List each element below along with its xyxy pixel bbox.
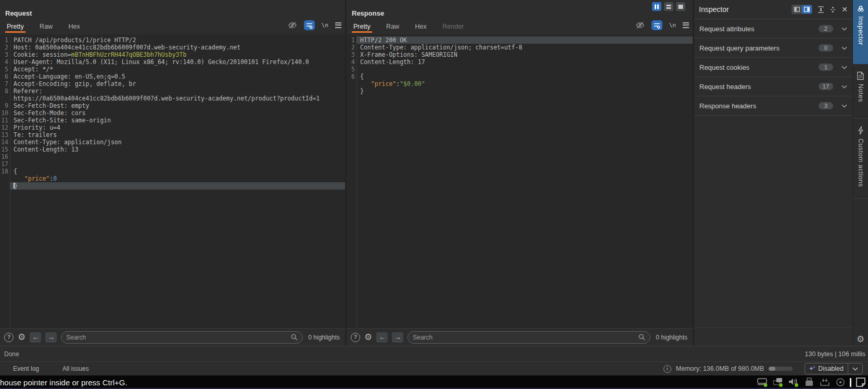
gear-icon[interactable]: ⚙ xyxy=(18,333,25,342)
search-placeholder: Search xyxy=(413,334,635,341)
request-toolbar: \n xyxy=(288,19,341,31)
code-line: 5Accept: */* xyxy=(0,66,345,73)
menu-icon[interactable] xyxy=(335,22,341,28)
line-number: 4 xyxy=(0,58,10,66)
code-line: 8Referer: xyxy=(0,87,345,95)
inspector-section-request-query-parameters[interactable]: Request query parameters 0 xyxy=(694,39,852,58)
line-number xyxy=(0,182,10,190)
line-content xyxy=(356,66,693,73)
request-search-input[interactable]: Search xyxy=(61,331,303,344)
next-match-button[interactable]: → xyxy=(392,332,403,343)
search-icon xyxy=(639,334,645,341)
code-line: 5 xyxy=(347,66,693,73)
newline-icon[interactable]: \n xyxy=(322,22,328,29)
response-panel: Response Pretty Raw Hex Render \n 1HTTP/… xyxy=(347,0,693,346)
code-line: 3Cookie: session=mBTnHBFhUzrRH447qOBE3bh… xyxy=(0,51,345,58)
inspector-section-request-attributes[interactable]: Request attributes 2 xyxy=(694,19,852,39)
response-tab-pretty[interactable]: Pretty xyxy=(352,21,372,33)
inspector-bottom-strip xyxy=(694,328,852,346)
memory-text: Memory: 136.0MB of 980.0MB xyxy=(676,365,764,372)
code-line: "price":"$0.00" xyxy=(347,80,693,87)
line-content: Sec-Fetch-Dest: empty xyxy=(10,102,345,109)
collapse-all-icon[interactable] xyxy=(818,6,824,13)
close-icon[interactable]: ✕ xyxy=(841,5,848,14)
dock-right-button[interactable] xyxy=(802,5,812,14)
help-icon[interactable]: ? xyxy=(4,333,14,342)
single-pane-layout-button[interactable] xyxy=(676,2,685,11)
vm-hint-text: house pointer inside or press Ctrl+G. xyxy=(0,378,127,387)
line-number: 5 xyxy=(0,66,10,73)
line-number: 9 xyxy=(0,102,10,109)
inspector-section-request-headers[interactable]: Request headers 17 xyxy=(694,77,852,96)
expand-all-icon[interactable] xyxy=(829,6,836,13)
code-line: 1HTTP/2 200 OK xyxy=(347,36,693,44)
help-icon[interactable]: ? xyxy=(351,333,360,342)
line-content: Content-Length: 13 xyxy=(10,146,345,153)
line-content: Sec-Fetch-Mode: cors xyxy=(10,109,345,117)
code-line: "price":0 xyxy=(0,175,345,182)
request-editor[interactable]: 1PATCH /api/products/1/price HTTP/22Host… xyxy=(0,34,345,328)
prev-match-button[interactable]: ← xyxy=(376,332,388,343)
response-editor[interactable]: 1HTTP/2 200 OK2Content-Type: application… xyxy=(347,34,693,328)
info-icon[interactable]: i xyxy=(663,365,671,373)
all-issues-link[interactable]: All issues xyxy=(62,365,89,372)
line-number: 5 xyxy=(347,66,356,73)
usb-icon xyxy=(803,377,815,388)
event-log-link[interactable]: Event log xyxy=(13,365,39,372)
response-tab-render[interactable]: Render xyxy=(441,21,465,33)
columns-layout-button[interactable] xyxy=(652,2,661,11)
count-badge: 17 xyxy=(819,83,833,90)
lightning-icon xyxy=(857,126,864,135)
count-badge: 2 xyxy=(819,25,833,32)
line-number xyxy=(347,80,356,87)
line-number: 3 xyxy=(347,51,356,58)
code-line: 10Sec-Fetch-Mode: cors xyxy=(0,109,345,117)
sidebar-tab-inspector[interactable]: Inspector xyxy=(853,0,868,64)
request-search-row: ? ⚙ ← → Search 0 highlights xyxy=(0,328,345,346)
code-line: } xyxy=(347,87,693,95)
code-line: 16 xyxy=(0,153,345,160)
inspector-title: Inspector xyxy=(699,5,786,14)
eye-off-icon[interactable] xyxy=(288,21,297,29)
line-number: 12 xyxy=(0,124,10,131)
response-tab-hex[interactable]: Hex xyxy=(414,21,428,33)
line-number: 1 xyxy=(347,36,356,44)
request-tab-hex[interactable]: Hex xyxy=(67,21,82,33)
line-content: Priority: u=4 xyxy=(10,124,345,131)
sidebar-tab-custom-actions[interactable]: Custom actions xyxy=(853,119,868,199)
soft-wrap-icon[interactable] xyxy=(304,20,315,30)
sidebar-tab-notes[interactable]: Notes xyxy=(853,64,868,119)
request-tab-raw[interactable]: Raw xyxy=(38,21,54,33)
settings-gear-icon[interactable]: ⚙ xyxy=(853,335,868,344)
notes-icon xyxy=(857,71,864,80)
count-badge: 3 xyxy=(819,102,833,109)
gear-icon[interactable]: ⚙ xyxy=(364,333,372,342)
eye-off-icon[interactable] xyxy=(635,21,645,29)
request-tab-pretty[interactable]: Pretty xyxy=(5,21,25,33)
rows-layout-button[interactable] xyxy=(664,2,673,11)
soft-wrap-icon[interactable] xyxy=(652,20,662,30)
repeater-status-bar: Done 130 bytes | 106 millis xyxy=(0,346,868,361)
line-number: 18 xyxy=(0,168,10,175)
menu-icon[interactable] xyxy=(683,22,689,28)
ai-disabled-button[interactable]: Disabled xyxy=(805,363,863,374)
line-number: 15 xyxy=(0,146,10,153)
inspector-section-request-cookies[interactable]: Request cookies 1 xyxy=(694,58,852,77)
layout-selector xyxy=(652,2,685,11)
next-match-button[interactable]: → xyxy=(45,332,57,343)
dock-left-button[interactable] xyxy=(792,5,802,14)
search-placeholder: Search xyxy=(66,334,288,341)
code-line: 12Priority: u=4 xyxy=(0,124,345,131)
line-number: 14 xyxy=(0,139,10,146)
prev-match-button[interactable]: ← xyxy=(30,332,41,343)
request-panel: Request Pretty Raw Hex \n 1PATCH /api/pr… xyxy=(0,0,345,346)
line-content xyxy=(10,160,345,168)
inspector-section-response-headers[interactable]: Response headers 3 xyxy=(694,96,852,116)
line-number: 8 xyxy=(0,87,10,95)
line-number: 2 xyxy=(347,44,356,51)
response-tab-raw[interactable]: Raw xyxy=(385,21,401,33)
response-search-input[interactable]: Search xyxy=(407,331,650,344)
response-metrics: 130 bytes | 106 millis xyxy=(805,350,866,358)
newline-icon[interactable]: \n xyxy=(669,22,676,29)
line-number: 1 xyxy=(0,36,10,44)
